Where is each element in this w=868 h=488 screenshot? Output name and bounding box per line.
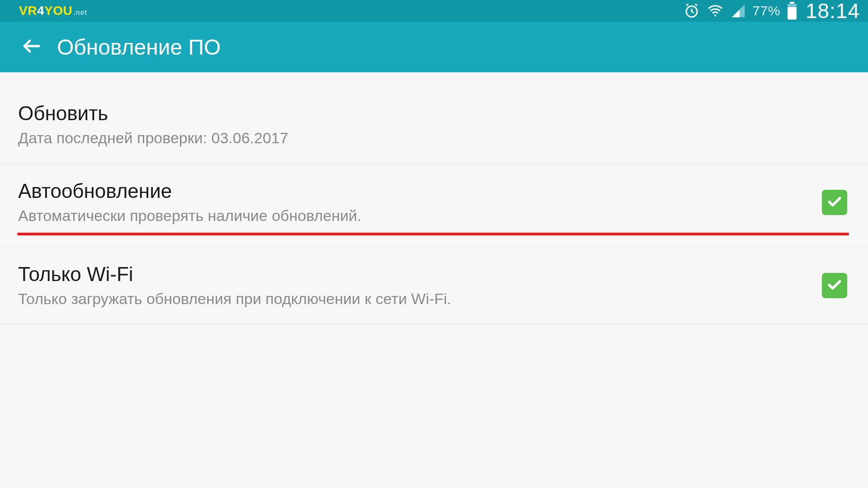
check-icon [826, 276, 844, 296]
svg-rect-2 [790, 2, 794, 4]
wifi-icon [706, 3, 724, 19]
arrow-left-icon [21, 35, 42, 59]
wifi-only-checkbox[interactable] [822, 273, 847, 298]
battery-percent: 77% [752, 3, 780, 19]
settings-list: Обновить Дата последней проверки: 03.06.… [0, 72, 868, 324]
cellular-icon [731, 3, 746, 19]
row-update-title: Обновить [18, 102, 850, 125]
app-bar: Обновление ПО [0, 22, 868, 72]
row-auto-title: Автообновление [18, 180, 822, 202]
row-auto-sub: Автоматически проверять наличие обновлен… [18, 207, 822, 225]
check-icon [826, 192, 844, 212]
svg-point-1 [714, 14, 716, 16]
row-wifi-title: Только Wi-Fi [18, 263, 822, 286]
status-icons: 77% 18:14 [684, 0, 860, 23]
row-wifi-only[interactable]: Только Wi-Fi Только загружать обновления… [0, 247, 868, 324]
page-title: Обновление ПО [57, 35, 221, 60]
brand-part-a: VR [19, 4, 37, 18]
status-bar: VR 4 YOU .net 77% [0, 0, 868, 22]
row-update-sub: Дата последней проверки: 03.06.2017 [18, 129, 850, 147]
brand-part-d: .net [73, 9, 87, 17]
brand-part-b: 4 [37, 4, 44, 18]
alarm-icon [684, 3, 700, 19]
highlight-underline [17, 233, 849, 235]
brand-logo: VR 4 YOU .net [19, 4, 87, 18]
brand-part-c: YOU [44, 4, 72, 18]
auto-update-checkbox[interactable] [822, 190, 847, 215]
svg-rect-4 [788, 7, 797, 20]
row-wifi-sub: Только загружать обновления при подключе… [18, 290, 822, 308]
battery-icon [787, 2, 797, 20]
row-update[interactable]: Обновить Дата последней проверки: 03.06.… [0, 72, 868, 164]
back-button[interactable] [18, 33, 45, 61]
clock-text: 18:14 [806, 0, 860, 23]
row-auto-update[interactable]: Автообновление Автоматически проверять н… [0, 164, 868, 247]
